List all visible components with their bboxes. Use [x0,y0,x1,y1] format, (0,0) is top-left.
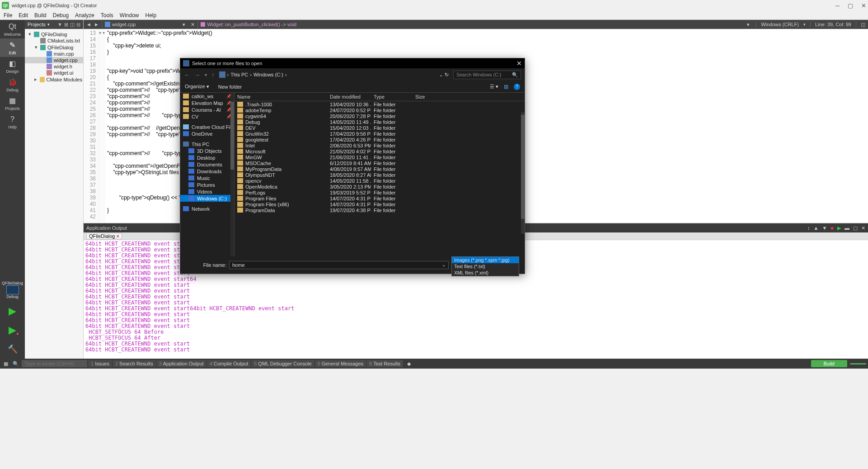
tree-item[interactable]: ▾QFileDialog [25,44,83,51]
output-close-icon[interactable]: ✕ [861,225,865,231]
menu-build[interactable]: Build [34,12,47,19]
tree-item[interactable]: main.cpp [25,51,83,57]
path-dropdown-icon[interactable]: ⌄ [439,72,443,77]
more-tabs-icon[interactable]: ◆ [404,361,413,367]
split-icon[interactable]: ◫ [70,22,75,28]
organize-button[interactable]: Organize ▾ [185,84,209,90]
sidebar-item[interactable]: Videos [180,188,234,195]
close-process-tab[interactable]: × [116,233,119,239]
output-prev-icon[interactable]: ▲ [814,225,819,231]
filename-dropdown-icon[interactable]: ⌄ [442,262,446,268]
tree-item[interactable]: widget.h [25,63,83,70]
file-row[interactable]: DEV15/04/2020 12:03 ...File folder [235,125,525,131]
status-tab-test-results[interactable]: 8Test Results [366,360,404,367]
file-row[interactable]: adobeTemp24/07/2020 6:52 PMFile folder [235,107,525,113]
mode-help[interactable]: ?Help [0,113,25,131]
file-tab[interactable]: widget.cpp ▾ [102,22,188,28]
tree-item[interactable]: ▾QFileDialog [25,31,83,38]
run-kit-selector[interactable]: QFileDialog Debug [0,278,25,302]
back-button[interactable]: ◄ [86,22,91,27]
nav-forward-button[interactable]: → [194,71,200,78]
split-editor-icon[interactable]: ◫ [861,22,865,28]
cursor-position[interactable]: Line: 39, Col: 99 [815,22,851,27]
file-row[interactable]: PerfLogs19/03/2019 5:52 PMFile folder [235,189,525,195]
file-row[interactable]: .Trash-100013/04/2020 10:36 ...File fold… [235,101,525,107]
dialog-close-button[interactable]: ✕ [516,60,522,67]
sidebar-item[interactable]: 3D Objects [180,147,234,154]
dialog-search-input[interactable]: Search Windows (C:) 🔍 [453,71,521,79]
menu-file[interactable]: File [4,12,12,19]
column-size[interactable]: Size [413,94,440,99]
mode-edit[interactable]: ✎Edit [0,38,25,57]
output-max-icon[interactable]: ▢ [853,225,858,231]
close-tab-button[interactable]: ✕ [188,22,197,28]
maximize-button[interactable]: ▢ [848,2,853,9]
filter-dropdown[interactable]: Images (*.png *.xpm *.jpg)Text files (*.… [451,256,519,276]
close-button[interactable]: ✕ [861,2,866,9]
nav-recent-button[interactable]: ▾ [205,72,207,77]
file-row[interactable]: MyProgramData4/08/2019 8:57 AMFile folde… [235,166,525,172]
run-button[interactable]: ▶ [4,303,22,319]
newfolder-button[interactable]: New folder [218,84,242,90]
mode-welcome[interactable]: QtWelcome [0,20,25,38]
sync-icon[interactable]: ⊞ [64,22,68,28]
sidebar-item[interactable]: Desktop [180,154,234,161]
sidebar-item[interactable]: OneDrive [180,130,234,137]
file-row[interactable]: Debug14/05/2020 11:49 ...File folder [235,119,525,125]
refresh-icon[interactable]: ↻ [445,72,449,78]
status-tab-general-messages[interactable]: 6General Messages [315,360,366,367]
output-stop-icon[interactable]: ■ [830,225,834,231]
tree-item[interactable]: widget.cpp [25,57,83,63]
file-row[interactable]: OpenModelica3/05/2020 2:13 PMFile folder [235,184,525,189]
file-row[interactable]: googletest17/04/2020 4:26 PMFile folder [235,137,525,142]
file-row[interactable]: Microsoft21/05/2020 4:02 PMFile folder [235,148,525,154]
file-row[interactable]: MinGW21/06/2020 11:41 ...File folder [235,154,525,160]
function-selector[interactable]: Widget::on_pushButton_clicked() -> void [198,22,299,27]
forward-button[interactable]: ► [94,22,99,27]
run-debug-button[interactable]: ▶● [4,322,22,338]
status-tab-qml-debugger-console[interactable]: 5QML Debugger Console [251,360,314,367]
preview-button[interactable]: ▥ [504,84,508,90]
mode-design[interactable]: ◧Design [0,57,25,76]
nav-up-button[interactable]: ↑ [211,71,215,78]
output-filter-icon[interactable]: ↕ [807,225,810,231]
build-button[interactable]: 🔨 [4,341,22,357]
sidebar-thispc[interactable]: This PC [180,141,234,147]
sidebar-item[interactable]: catkin_ws📌 [180,93,234,99]
output-process-tab[interactable]: QFileDialog × [86,233,122,239]
column-date[interactable]: Date modified [327,94,371,99]
menu-debug[interactable]: Debug [53,12,69,19]
mode-projects[interactable]: ▦Projects [0,94,25,113]
file-row[interactable]: Program Files (x86)14/07/2020 4:31 PMFil… [235,201,525,207]
file-scrollbar[interactable] [521,112,525,234]
sidebar-scrollbar[interactable] [230,93,234,256]
file-row[interactable]: Intel2/06/2020 6:53 PMFile folder [235,142,525,148]
filter-option[interactable]: Images (*.png *.xpm *.jpg) [452,257,519,263]
mode-debug[interactable]: 🐞Debug [0,76,25,94]
sidebar-item[interactable]: Elevation Map📌 [180,99,234,106]
file-row[interactable]: Program Files14/07/2020 4:31 PMFile fold… [235,195,525,201]
status-tab-issues[interactable]: 1Issues [88,360,113,367]
minimize-button[interactable]: ─ [835,2,840,9]
filename-input[interactable]: home ⌄ [229,261,449,269]
tree-item[interactable]: CMakeLists.txt [25,38,83,44]
sidebar-item[interactable]: Creative Cloud Fil [180,123,234,130]
menu-tools[interactable]: Tools [101,12,113,19]
sidebar-network[interactable]: Network [180,205,234,212]
status-tab-application-output[interactable]: 3Application Output [156,360,207,367]
output-min-icon[interactable]: ▬ [845,225,849,231]
help-button[interactable]: ? [514,84,520,90]
status-tab-compile-output[interactable]: 4Compile Output [207,360,252,367]
project-tree[interactable]: ▾QFileDialogCMakeLists.txt▾QFileDialogma… [25,29,83,359]
file-list[interactable]: Name Date modified Type Size .Trash-1000… [235,93,525,256]
filter-option[interactable]: XML files (*.xml) [452,270,519,276]
build-status-button[interactable]: Build [811,360,847,367]
sidebar-item[interactable]: CV📌 [180,113,234,120]
tree-item[interactable]: ▸CMake Modules [25,76,83,83]
collapse-icon[interactable]: ⊟ [76,22,80,28]
nav-back-button[interactable]: ← [184,71,190,78]
tree-item[interactable]: widget.ui [25,70,83,76]
menu-analyze[interactable]: Analyze [75,12,94,19]
sidebar-item[interactable]: Documents [180,161,234,168]
filter-option[interactable]: Text files (*.txt) [452,263,519,270]
